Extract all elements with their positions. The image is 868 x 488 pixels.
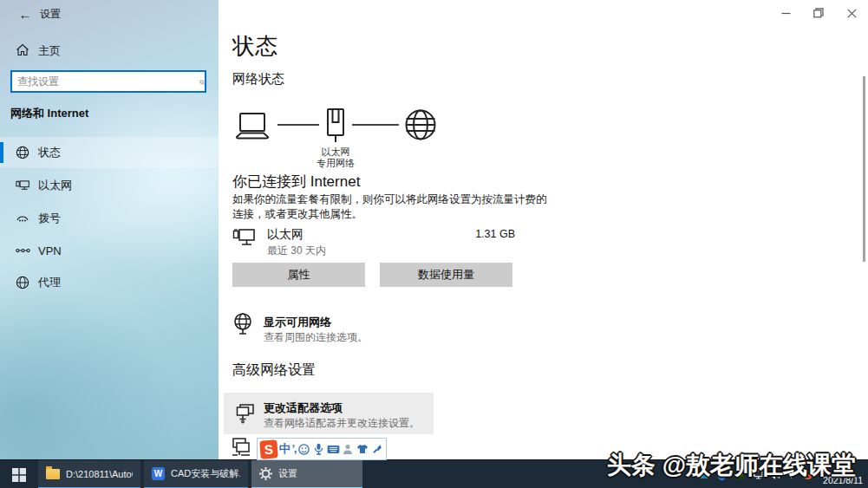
network-status-header: 网络状态 [232,71,284,88]
search-box[interactable]: ⌕ [10,70,206,93]
vertical-scrollbar[interactable] [863,76,865,262]
data-usage-button[interactable]: 数据使用量 [380,263,512,287]
show-available-networks-subtitle: 查看周围的连接选项。 [264,330,368,345]
proxy-globe-icon [16,276,30,290]
sidebar-item-label: 状态 [38,145,61,160]
internet-globe-icon [404,108,437,141]
watermark-text: 头条 @敖老师在线课堂 [607,449,856,482]
usage-period: 最近 30 天内 [267,244,326,258]
sogou-ime-toolbar[interactable]: S 中 ’, [257,438,387,460]
page-title: 状态 [232,31,277,62]
diagram-connector-line [352,124,399,126]
ime-mode-chinese-icon[interactable]: 中 [279,441,290,457]
home-icon [16,43,30,60]
taskbar-item-label: 设置 [278,467,297,480]
taskbar-item-settings-active[interactable]: 设置 [251,460,362,488]
connection-description: 如果你的流量套餐有限制，则你可以将此网络设置为按流量计费的 连接，或者更改其他属… [232,192,605,222]
start-button[interactable] [0,460,38,488]
window-title: 设置 [40,7,61,22]
ime-punctuation-icon[interactable]: ’, [292,443,297,455]
change-adapter-options-item[interactable]: 更改适配器选项 查看网络适配器并更改连接设置。 [224,393,434,434]
properties-button[interactable]: 属性 [232,263,365,287]
status-globe-icon [16,146,30,159]
sogou-logo-icon[interactable]: S [259,439,277,459]
usage-amount: 1.31 GB [232,228,515,240]
adapter-monitor-icon [236,403,255,427]
available-networks-globe-icon [232,313,253,340]
taskbar-item-explorer[interactable]: D:\210811\AutoC... [38,460,140,488]
change-adapter-options-title: 更改适配器选项 [264,400,343,416]
back-icon[interactable]: ← [14,3,36,24]
sidebar-item-dialup[interactable]: 拨号 [0,203,219,234]
ethernet-plug-icon [324,107,347,146]
laptop-icon [232,112,272,141]
sidebar: ← 设置 主页 ⌕ 网络和 Internet 状态 以太网 [0,0,219,459]
search-icon[interactable]: ⌕ [187,75,205,88]
sidebar-item-label: 主页 [38,43,61,59]
sidebar-item-status[interactable]: 状态 [0,137,219,168]
ime-tools-wrench-icon[interactable] [370,444,383,454]
network-diagram: 以太网 专用网络 [232,107,458,170]
window-controls [769,0,868,26]
sidebar-item-ethernet[interactable]: 以太网 [0,170,219,201]
gear-icon [259,467,272,480]
sidebar-item-label: 以太网 [38,178,72,193]
ethernet-icon [16,179,30,192]
folder-icon [46,469,60,479]
connection-title: 你已连接到 Internet [232,172,360,192]
settings-window: ← 设置 主页 ⌕ 网络和 Internet 状态 以太网 [0,0,868,459]
close-button[interactable] [835,0,868,26]
wps-doc-icon: W [152,467,165,480]
advanced-network-header: 高级网络设置 [232,361,316,380]
diagram-connector-line [277,124,319,126]
sidebar-item-proxy[interactable]: 代理 [0,267,219,298]
sidebar-item-label: 代理 [38,275,61,290]
ime-skin-icon[interactable] [356,444,369,454]
taskbar-item-label: CAD安装与破解.d... [171,467,240,480]
restore-button[interactable] [802,0,835,26]
sidebar-item-vpn[interactable]: VPN [0,235,219,266]
minimize-button[interactable] [769,0,802,26]
windows-logo-icon [12,468,26,482]
ime-keyboard-icon[interactable] [327,445,340,454]
diagram-label-private-network: 专用网络 [297,157,375,170]
search-input[interactable] [12,75,187,88]
ime-voice-icon[interactable] [312,443,325,455]
change-adapter-options-subtitle: 查看网络适配器并更改连接设置。 [264,416,420,431]
sidebar-item-label: VPN [38,244,62,257]
sharing-options-icon [231,436,253,459]
sidebar-item-label: 拨号 [38,211,61,226]
show-available-networks-link[interactable]: 显示可用网络 [264,315,331,330]
sidebar-section-header: 网络和 Internet [10,106,88,121]
main-content: 状态 网络状态 以太网 专用网络 你已连接到 Internet 如果你的流量套餐… [219,0,868,459]
taskbar-item-label: D:\210811\AutoC... [66,469,133,479]
vpn-icon [16,245,30,256]
ime-emoji-icon[interactable] [297,444,310,455]
ime-account-icon[interactable] [342,444,355,455]
dialup-icon [16,213,30,224]
sidebar-item-home[interactable]: 主页 [0,38,219,64]
taskbar-item-document[interactable]: W CAD安装与破解.d... [144,460,248,488]
